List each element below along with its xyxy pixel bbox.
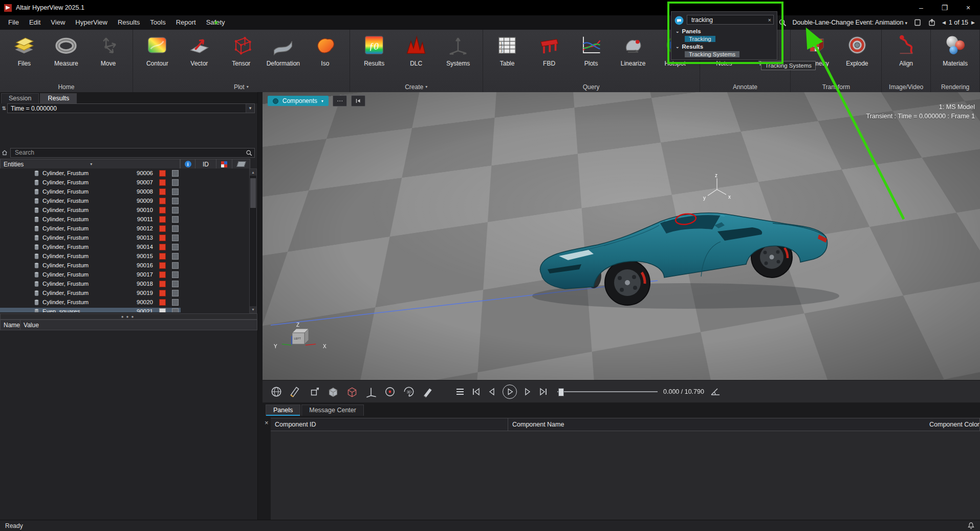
step-forward-button[interactable] — [522, 387, 533, 397]
table-column-header[interactable]: Component ID — [271, 418, 508, 431]
color-swatch[interactable] — [159, 271, 166, 278]
display-toggle-icon[interactable] — [172, 198, 179, 204]
viewport-tool-button[interactable] — [364, 385, 378, 398]
color-swatch[interactable] — [159, 299, 166, 306]
search-result-item[interactable]: ⌄ Tracking Systems — [671, 50, 777, 58]
color-swatch[interactable] — [159, 244, 166, 250]
viewport-tool-button[interactable] — [308, 385, 321, 398]
id-column-header[interactable]: ID — [195, 159, 216, 169]
entity-row[interactable]: Cylinder, Frustum 90007 — [0, 178, 250, 187]
bottom-panel-tab[interactable]: Panels — [266, 405, 300, 416]
ribbon-button[interactable]: Align — [887, 32, 925, 67]
entity-row[interactable]: Cylinder, Frustum 90017 — [0, 270, 250, 279]
menu-item[interactable]: Tools — [145, 15, 170, 30]
ribbon-button[interactable]: Linearize — [614, 32, 652, 67]
ribbon-button[interactable]: FBD — [530, 32, 568, 67]
color-swatch[interactable] — [159, 179, 166, 186]
color-swatch[interactable] — [159, 207, 166, 214]
display-toggle-icon[interactable] — [172, 308, 179, 313]
entity-row[interactable]: Cylinder, Frustum 90020 — [0, 298, 250, 307]
clear-search-icon[interactable]: × — [768, 17, 771, 23]
ribbon-search-input[interactable] — [690, 16, 766, 24]
entity-row[interactable]: Cylinder, Frustum 90019 — [0, 288, 250, 298]
info-icon[interactable]: i — [180, 159, 195, 169]
angle-icon[interactable] — [710, 386, 721, 397]
export-icon[interactable] — [928, 18, 936, 27]
entity-row[interactable]: Cylinder, Frustum 90008 — [0, 187, 250, 196]
display-toggle-icon[interactable] — [172, 271, 179, 278]
ribbon-search-field[interactable]: × — [687, 15, 774, 25]
ribbon-button[interactable]: Explode — [838, 32, 876, 67]
view-cube[interactable]: Z LEFT Y X — [273, 322, 329, 352]
viewport-tool-button[interactable] — [345, 385, 359, 398]
entity-row[interactable]: Cylinder, Frustum 90010 — [0, 205, 250, 215]
ribbon-button[interactable]: Files — [5, 32, 43, 67]
display-toggle-icon[interactable] — [172, 262, 179, 269]
color-swatch[interactable] — [159, 198, 166, 204]
color-swatch[interactable] — [159, 235, 166, 241]
add-menu-button[interactable]: + — [210, 15, 223, 30]
go-last-frame-button[interactable] — [538, 387, 549, 397]
report-page-icon[interactable] — [913, 18, 922, 27]
entities-scrollbar[interactable]: ▲ ▼ — [249, 168, 257, 313]
color-swatch[interactable] — [159, 216, 166, 223]
display-toggle-icon[interactable] — [172, 216, 179, 223]
color-swatch[interactable] — [159, 262, 166, 269]
entity-row[interactable]: Even_squares 90021 — [0, 307, 250, 312]
minimize-button[interactable]: – — [909, 0, 933, 15]
entity-row[interactable]: Cylinder, Frustum 90009 — [0, 196, 250, 205]
entity-row[interactable]: Cylinder, Frustum 90014 — [0, 242, 250, 251]
display-toggle-icon[interactable] — [172, 290, 179, 296]
bottom-panel-tab[interactable]: Message Center — [301, 405, 364, 416]
play-button[interactable] — [503, 385, 517, 399]
table-column-header[interactable]: Component Color — [925, 418, 980, 431]
menu-item[interactable]: File — [3, 15, 24, 30]
menu-item[interactable]: View — [46, 15, 70, 30]
color-swatch[interactable] — [159, 188, 166, 195]
display-toggle-icon[interactable] — [172, 253, 179, 260]
prev-page-icon[interactable]: ◀ — [942, 20, 946, 25]
graphics-viewport[interactable]: z y x Z LEFT Y X Components ▾ ⋯ — [263, 92, 980, 380]
panel-splitter-handle[interactable]: ●●● — [0, 313, 257, 320]
home-icon[interactable] — [1, 149, 8, 156]
viewport-tool-button[interactable] — [270, 385, 283, 398]
entity-row[interactable]: Cylinder, Frustum 90015 — [0, 251, 250, 261]
ribbon-button[interactable]: Iso — [306, 32, 344, 67]
more-options-button[interactable]: ⋯ — [333, 95, 347, 107]
display-toggle-icon[interactable] — [172, 281, 179, 287]
browser-tab[interactable]: Session — [1, 93, 39, 103]
entity-row[interactable]: Cylinder, Frustum 90018 — [0, 279, 250, 288]
properties-column-header[interactable]: Value — [20, 320, 257, 330]
components-button[interactable]: Components ▾ — [268, 96, 329, 106]
color-swatch[interactable] — [159, 281, 166, 287]
animation-timeline-slider[interactable] — [557, 388, 658, 395]
browser-tab[interactable]: Results — [40, 93, 77, 103]
ribbon-button[interactable]: Materials — [937, 32, 974, 67]
search-result-item[interactable]: ⌄ Results — [671, 43, 777, 50]
viewport-tool-button[interactable] — [326, 385, 340, 398]
ribbon-button[interactable]: Systems — [439, 32, 477, 67]
color-swatch[interactable] — [159, 308, 166, 313]
menu-item[interactable]: Results — [113, 15, 145, 30]
search-icon[interactable] — [778, 18, 787, 27]
display-toggle-icon[interactable] — [172, 179, 179, 186]
ribbon-button[interactable]: Results — [355, 32, 393, 67]
search-result-item[interactable]: ⌄ Panels — [671, 27, 777, 35]
ribbon-button[interactable]: Contour — [138, 32, 176, 67]
ribbon-button[interactable]: Table — [488, 32, 526, 67]
table-column-header[interactable]: Component Name — [508, 418, 925, 431]
display-toggle-icon[interactable] — [172, 244, 179, 250]
menu-item[interactable]: HyperView — [70, 15, 113, 30]
go-first-frame-button[interactable] — [471, 387, 481, 397]
entity-row[interactable]: Cylinder, Frustum 90012 — [0, 224, 250, 233]
menu-item[interactable]: Edit — [24, 15, 46, 30]
color-column-icon[interactable] — [216, 159, 232, 169]
restore-button[interactable]: ❐ — [933, 0, 956, 15]
display-toggle-icon[interactable] — [172, 235, 179, 241]
next-page-icon[interactable]: ▶ — [971, 20, 975, 25]
display-toggle-icon[interactable] — [172, 299, 179, 306]
properties-column-header[interactable]: Name — [1, 320, 20, 330]
color-swatch[interactable] — [159, 225, 166, 232]
display-toggle-icon[interactable] — [172, 170, 179, 177]
viewport-tool-button[interactable] — [421, 385, 434, 398]
